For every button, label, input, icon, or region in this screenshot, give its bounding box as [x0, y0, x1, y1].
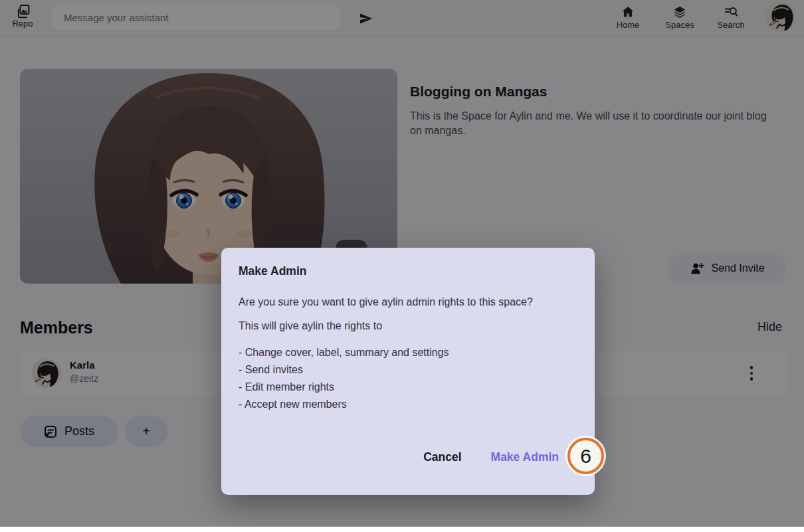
rights-item: - Edit member rights [239, 379, 449, 396]
rights-item: - Accept new members [239, 396, 449, 413]
cancel-button[interactable]: Cancel [423, 450, 461, 464]
dialog-question: Are you sure you want to give aylin admi… [239, 296, 533, 308]
dialog-intro: This will give aylin the rights to [239, 320, 382, 332]
dialog-actions: Cancel Make Admin [423, 450, 559, 464]
screenshot-letterbox [0, 527, 804, 532]
dialog-title: Make Admin [239, 264, 306, 278]
rights-item: - Change cover, label, summary and setti… [239, 344, 449, 361]
app-window: Repo Home [0, 0, 804, 532]
rights-item: - Send invites [239, 361, 449, 379]
annotation-badge: 6 [567, 438, 604, 474]
make-admin-button[interactable]: Make Admin [491, 450, 559, 464]
make-admin-dialog: Make Admin Are you sure you want to give… [221, 248, 595, 495]
dialog-rights-list: - Change cover, label, summary and setti… [239, 344, 449, 413]
